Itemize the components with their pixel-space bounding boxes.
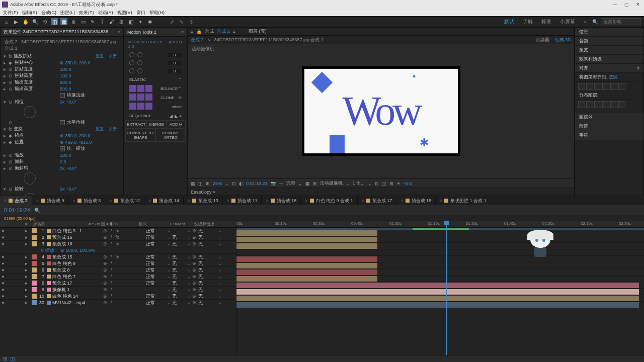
layer-bar[interactable] — [236, 283, 639, 288]
prop-value[interactable]: 100.0 — [60, 153, 71, 158]
layer-tab[interactable]: 图层 (无) — [249, 28, 267, 35]
prop-value[interactable]: 500.0 — [60, 80, 71, 85]
pen-tool-icon[interactable]: ✎ — [89, 18, 96, 25]
reset-link[interactable]: 重置 — [96, 126, 104, 132]
track[interactable] — [236, 302, 644, 308]
track[interactable] — [236, 249, 644, 256]
blend-mode[interactable]: 正常 — [146, 293, 167, 300]
phase-value[interactable]: 0x +0.0° — [60, 100, 76, 105]
visibility-icon[interactable]: ● — [0, 261, 6, 266]
exposure-value[interactable]: +0.0 — [404, 181, 413, 186]
trkmat[interactable]: 无 — [172, 234, 187, 241]
track[interactable] — [236, 269, 644, 276]
phase-dial[interactable] — [24, 106, 36, 118]
stopwatch-icon[interactable]: ⊙ — [9, 73, 15, 78]
snapshot-icon[interactable]: 📷 — [271, 181, 276, 186]
label-color[interactable] — [32, 281, 37, 286]
dist-icon[interactable] — [618, 101, 625, 108]
roto-tool-icon[interactable]: ✦ — [137, 18, 144, 25]
effect-tile[interactable]: 播放拼贴 — [14, 53, 32, 59]
layer-bar[interactable] — [236, 256, 377, 262]
close-icon[interactable]: ✕ — [636, 2, 640, 7]
toggle-icon[interactable]: ⊞ — [389, 181, 393, 186]
paragraph-tab[interactable]: 段落 — [575, 122, 643, 131]
grid-icon[interactable]: ▦ — [191, 181, 195, 186]
trkmat[interactable]: 无 — [172, 280, 187, 287]
col-num[interactable]: # — [25, 222, 33, 226]
parent[interactable]: 无 — [198, 254, 218, 260]
layer-name[interactable]: 预合成 8 — [52, 267, 103, 274]
layer-bar[interactable] — [236, 269, 377, 275]
track[interactable] — [236, 276, 644, 282]
alpha-icon[interactable]: ⊞ — [206, 181, 210, 186]
col-parent[interactable]: 父级和链接 — [194, 221, 214, 227]
twirl-icon[interactable]: ▾ — [4, 54, 9, 59]
camera-select[interactable]: 活动摄像机 — [320, 180, 343, 187]
label-color[interactable] — [32, 254, 37, 259]
menu-window[interactable]: 窗口 — [136, 10, 145, 16]
pickwhip-icon[interactable]: ⊚ — [192, 300, 198, 305]
eraser-tool-icon[interactable]: ◧ — [127, 18, 134, 25]
col-flags[interactable]: # * \ fx 图 ● ◐ ⊕ — [89, 221, 139, 227]
label-color[interactable] — [32, 274, 37, 279]
col-mode[interactable]: 模式 — [139, 221, 169, 227]
pickwhip-icon[interactable]: ⊚ — [192, 274, 198, 279]
menu-view[interactable]: 视图(V) — [117, 10, 132, 16]
twirl-icon[interactable]: ▸ — [4, 73, 9, 78]
guide-icon[interactable]: ▦ — [305, 181, 310, 186]
dropdown-icon[interactable]: ⌄ — [225, 181, 229, 186]
panel-menu-icon[interactable]: ≡ — [181, 30, 184, 35]
mask-icon[interactable]: ◫ — [198, 181, 203, 186]
blend-mode[interactable]: 正常 — [146, 254, 167, 260]
mt-val[interactable]: 0 — [168, 61, 182, 65]
layer-name[interactable]: 预合成 17 — [52, 280, 103, 287]
label-color[interactable] — [32, 294, 37, 299]
pickwhip-icon[interactable]: ⊚ — [192, 241, 198, 246]
label-color[interactable] — [32, 241, 37, 246]
mt-radio[interactable] — [129, 60, 134, 65]
viewer-tab-name[interactable]: 合成 2 — [217, 28, 230, 35]
align-left-icon[interactable] — [578, 83, 585, 90]
layer-row[interactable]: ● ▸ 30 MV1Nr42....mp4 ⊕/ 正常⌄ 无⌄ ⊚ 无⌄ — [0, 300, 236, 306]
menu-comp[interactable]: 合成(C) — [41, 10, 57, 16]
skew-dial[interactable] — [24, 172, 36, 185]
layer-bar[interactable] — [236, 237, 377, 242]
toggle-icon[interactable]: ◫ — [10, 356, 15, 361]
layer-name[interactable]: MV1Nr42....mp4 — [52, 300, 103, 305]
info-tab[interactable]: 信息 — [575, 28, 643, 37]
dist-icon[interactable] — [594, 101, 601, 108]
align-vcenter-icon[interactable] — [610, 83, 617, 90]
stopwatch-icon[interactable]: ⊙ — [9, 166, 15, 171]
blend-mode[interactable]: 正常 — [146, 300, 167, 306]
twirl-icon[interactable]: ▸ — [25, 261, 30, 266]
menu-help[interactable]: 帮助(H) — [149, 10, 165, 16]
trkmat[interactable]: 无 — [172, 293, 187, 300]
hshift-checkbox[interactable] — [60, 120, 65, 125]
layer-name[interactable]: 摄像机 1 — [52, 287, 103, 293]
addm-button[interactable]: ADD M — [167, 120, 186, 129]
close-tab-icon[interactable]: × — [188, 198, 190, 203]
close-tab-icon[interactable]: × — [109, 198, 112, 203]
align-tab[interactable]: 对齐≡ — [575, 64, 643, 73]
stopwatch-icon[interactable]: ⊙ — [9, 86, 15, 92]
twirl-icon[interactable]: ▸ — [25, 267, 30, 273]
twirl-icon[interactable]: ▸ — [25, 274, 30, 279]
twirl-icon[interactable]: ▸ — [25, 281, 30, 286]
twirl-icon[interactable]: ▸ — [4, 166, 9, 171]
close-tab-icon[interactable]: × — [362, 198, 364, 203]
timeline-tab[interactable]: ×预合成 9 — [32, 196, 69, 205]
panel-menu-icon[interactable]: ≡ — [118, 30, 120, 35]
close-tab-icon[interactable]: × — [440, 198, 442, 203]
seq-icon[interactable]: ◢ — [170, 114, 173, 118]
layer-row[interactable]: ● ▸ 6 预合成 8 ⊕/ 正常⌄ 无⌄ ⊚ 无⌄ — [0, 267, 236, 274]
layer-row[interactable]: ● ▸ 2 预合成 16 ⊕/fx 正常⌄ 无⌄ ⊚ 无⌄ — [0, 234, 236, 241]
exposure-icon[interactable]: ☀ — [396, 181, 400, 186]
track[interactable] — [236, 256, 644, 262]
pickwhip-icon[interactable]: ⊚ — [192, 235, 198, 240]
label-color[interactable] — [32, 267, 37, 273]
layer-bar[interactable] — [236, 302, 639, 308]
timeline-tab[interactable]: ×预合成 17 — [358, 196, 397, 205]
label-color[interactable] — [32, 261, 37, 266]
trkmat[interactable]: 无 — [172, 241, 187, 247]
renderer-value[interactable]: 经典 3D — [555, 37, 571, 43]
